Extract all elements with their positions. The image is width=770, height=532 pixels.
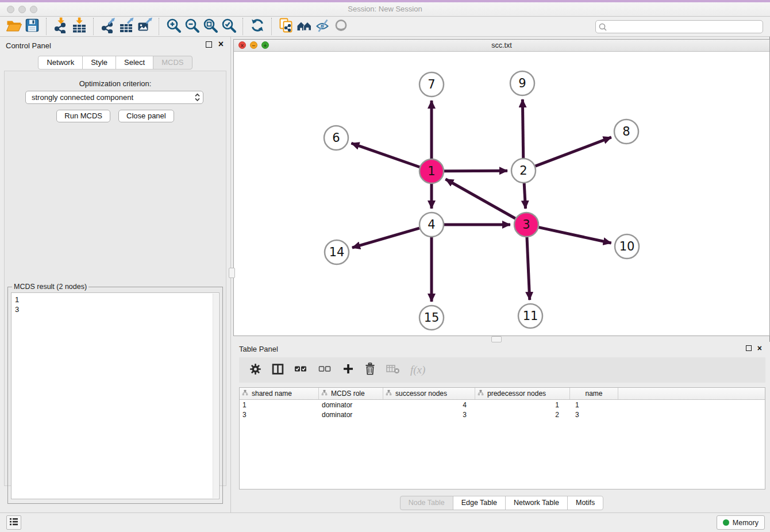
network-minimize-button[interactable]: − bbox=[250, 41, 257, 49]
graph-node-3[interactable]: 3 bbox=[514, 213, 538, 237]
zoom-fit-button[interactable] bbox=[201, 17, 220, 36]
graph-edge-3-11[interactable] bbox=[527, 237, 530, 300]
table-cell[interactable]: 1 bbox=[475, 401, 570, 409]
table-cell[interactable]: 3 bbox=[570, 411, 618, 419]
task-history-button[interactable] bbox=[6, 515, 21, 530]
show-columns-button[interactable] bbox=[272, 363, 284, 377]
graph-node-15[interactable]: 15 bbox=[419, 306, 444, 330]
apply-layout-button[interactable] bbox=[248, 17, 267, 36]
table-cell[interactable]: 3 bbox=[240, 411, 319, 419]
zoom-selected-button[interactable] bbox=[220, 17, 238, 36]
graph-edge-3-10[interactable] bbox=[538, 228, 611, 243]
mcds-result-area[interactable]: 1 3 bbox=[11, 292, 220, 499]
close-panel-button[interactable]: Close panel bbox=[118, 110, 174, 122]
open-session-button[interactable] bbox=[5, 17, 23, 36]
table-cell[interactable]: dominator bbox=[319, 411, 383, 419]
float-table-panel-icon[interactable] bbox=[746, 345, 752, 351]
memory-button[interactable]: Memory bbox=[717, 515, 765, 530]
graph-edge-2-3[interactable] bbox=[524, 183, 525, 209]
tab-style[interactable]: Style bbox=[82, 56, 116, 70]
export-image-button[interactable] bbox=[136, 17, 154, 36]
select-all-columns-button[interactable] bbox=[294, 364, 308, 376]
search-icon bbox=[598, 22, 607, 34]
zoom-out-icon bbox=[184, 17, 200, 36]
import-network-button[interactable] bbox=[52, 17, 70, 36]
network-maximize-button[interactable]: + bbox=[261, 41, 269, 49]
graph-node-9[interactable]: 9 bbox=[510, 71, 534, 95]
graph-edge-3-1[interactable] bbox=[445, 179, 515, 218]
table-cell[interactable]: dominator bbox=[319, 401, 383, 409]
network-close-button[interactable]: × bbox=[238, 41, 246, 49]
tab-mcds[interactable]: MCDS bbox=[153, 56, 192, 70]
graph-node-6[interactable]: 6 bbox=[324, 126, 348, 150]
tab-network-table[interactable]: Network Table bbox=[505, 496, 568, 510]
table-cell[interactable]: 1 bbox=[240, 401, 319, 409]
save-session-button[interactable] bbox=[23, 17, 41, 36]
create-column-button[interactable] bbox=[342, 363, 354, 377]
network-window-title: scc.txt bbox=[491, 41, 511, 49]
criterion-dropdown[interactable]: strongly connected component bbox=[25, 91, 203, 104]
tab-network[interactable]: Network bbox=[38, 56, 83, 70]
close-panel-icon[interactable]: × bbox=[218, 41, 224, 48]
control-panel: Control Panel × Network Style Select MCD… bbox=[0, 37, 231, 513]
delete-table-button-disabled[interactable] bbox=[386, 364, 400, 376]
graph-node-4[interactable]: 4 bbox=[419, 213, 444, 237]
graph-edge-4-14[interactable] bbox=[352, 228, 419, 248]
float-panel-icon[interactable] bbox=[206, 41, 212, 48]
graph-node-2[interactable]: 2 bbox=[511, 159, 536, 183]
network-canvas[interactable]: 7968124314101511 bbox=[234, 51, 769, 336]
graph-node-1[interactable]: 1 bbox=[419, 159, 444, 183]
create-network-view-button[interactable] bbox=[277, 17, 295, 36]
table-cell[interactable]: 2 bbox=[475, 411, 570, 419]
run-mcds-button[interactable]: Run MCDS bbox=[56, 110, 110, 122]
plus-icon bbox=[342, 363, 354, 377]
attribute-tree-icon bbox=[478, 390, 484, 398]
zoom-fit-icon bbox=[202, 17, 218, 36]
table-settings-button[interactable] bbox=[249, 363, 261, 377]
import-table-icon bbox=[71, 17, 87, 36]
column-header-MCDS-role[interactable]: MCDS role bbox=[319, 388, 383, 399]
columns-icon bbox=[272, 363, 284, 377]
table-cell[interactable]: 3 bbox=[383, 411, 475, 419]
import-table-button[interactable] bbox=[70, 17, 88, 36]
graph-node-11[interactable]: 11 bbox=[518, 304, 542, 328]
unselect-all-columns-button[interactable] bbox=[318, 364, 332, 376]
main-toolbar bbox=[0, 17, 770, 37]
tab-motifs[interactable]: Motifs bbox=[567, 496, 603, 510]
table-row[interactable]: 3dominator323 bbox=[240, 410, 765, 419]
table-row[interactable]: 1dominator411 bbox=[240, 400, 765, 410]
zoom-in-button[interactable] bbox=[164, 17, 183, 36]
delete-column-button[interactable] bbox=[364, 363, 376, 377]
graph-edge-1-2[interactable] bbox=[444, 171, 507, 171]
table-cell[interactable]: 4 bbox=[383, 401, 475, 409]
home-layout-button[interactable] bbox=[295, 17, 314, 36]
graph-edge-1-6[interactable] bbox=[351, 143, 419, 167]
table-cell[interactable]: 1 bbox=[570, 401, 618, 409]
graph-node-8[interactable]: 8 bbox=[614, 119, 638, 144]
tab-node-table[interactable]: Node Table bbox=[400, 496, 453, 510]
tab-select[interactable]: Select bbox=[116, 56, 153, 70]
result-scrollbar[interactable] bbox=[213, 294, 218, 498]
horizontal-splitter-handle[interactable] bbox=[491, 336, 502, 342]
close-table-panel-icon[interactable]: × bbox=[757, 345, 762, 352]
export-network-button[interactable] bbox=[99, 17, 117, 36]
column-header-name[interactable]: name bbox=[570, 388, 618, 399]
hide-details-button[interactable] bbox=[314, 17, 332, 36]
vertical-splitter-handle[interactable] bbox=[229, 268, 235, 278]
graph-node-14[interactable]: 14 bbox=[325, 240, 349, 264]
column-header-shared-name[interactable]: shared name bbox=[240, 388, 319, 399]
graph-node-7[interactable]: 7 bbox=[419, 72, 444, 97]
function-builder-button-disabled[interactable]: f(x) bbox=[410, 364, 425, 376]
show-view-button[interactable] bbox=[332, 17, 351, 36]
search-input[interactable] bbox=[595, 20, 763, 33]
zoom-out-button[interactable] bbox=[183, 17, 201, 36]
save-disk-icon bbox=[24, 17, 40, 36]
export-table-button[interactable] bbox=[117, 17, 136, 36]
graph-edge-2-8[interactable] bbox=[536, 137, 611, 166]
graph-edge-2-9[interactable] bbox=[522, 99, 523, 158]
network-window-titlebar[interactable]: × − + scc.txt bbox=[234, 40, 769, 52]
graph-node-10[interactable]: 10 bbox=[615, 234, 639, 259]
column-header-predecessor-nodes[interactable]: predecessor nodes bbox=[475, 388, 570, 399]
tab-edge-table[interactable]: Edge Table bbox=[453, 496, 506, 510]
column-header-successor-nodes[interactable]: successor nodes bbox=[383, 388, 475, 399]
